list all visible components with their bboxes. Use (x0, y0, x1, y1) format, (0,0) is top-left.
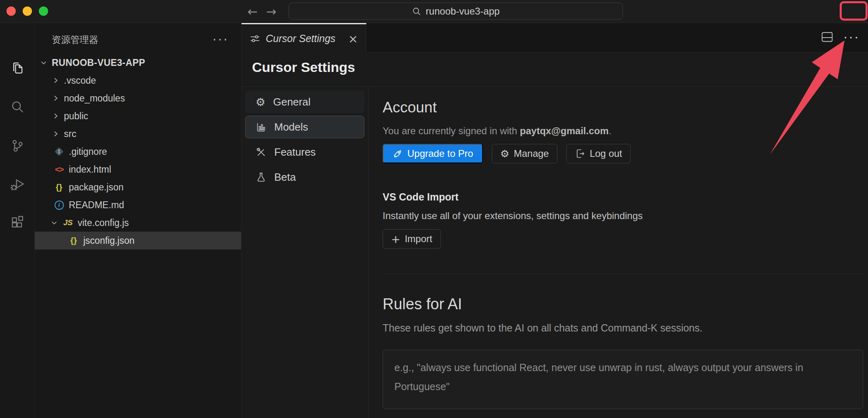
tree-item-src[interactable]: src (35, 125, 241, 143)
split-editor-icon[interactable] (821, 32, 833, 44)
section-divider (383, 274, 863, 274)
rules-description: These rules get shown to the AI on all c… (383, 322, 703, 334)
tree-item-node-modules[interactable]: node_modules (35, 89, 241, 107)
chevron-right-icon (52, 130, 60, 138)
explorer-header: 资源管理器 ··· (52, 34, 229, 46)
explorer-sidebar: 资源管理器 ··· RUNOOB-VUE3-APP .vscode node_m… (35, 23, 241, 418)
explorer-more-actions-icon[interactable]: ··· (212, 36, 229, 44)
vscode-import-description: Instantly use all of your extensions, se… (383, 210, 643, 222)
js-file-icon: JS (62, 218, 74, 227)
tree-item-jsconfig-selected[interactable]: {} jsconfig.json (35, 232, 241, 249)
account-section-title: Account (383, 99, 437, 116)
tree-item-index-html[interactable]: <> index.html (35, 160, 241, 178)
chevron-down-icon (50, 219, 58, 227)
tree-item-vite-config[interactable]: JS vite.config.js (35, 214, 241, 232)
search-value: runoob-vue3-app (426, 6, 500, 17)
tree-item-public[interactable]: public (35, 107, 241, 125)
app-window: ← → runoob-vue3-app ⚙ (0, 0, 868, 418)
settings-nav: ⚙ General Models Features Beta (245, 91, 364, 191)
html-file-icon: <> (53, 165, 65, 174)
rules-for-ai-input[interactable] (383, 350, 863, 409)
tab-close-icon[interactable]: × (348, 32, 358, 46)
search-icon (412, 6, 421, 16)
chevron-down-icon (40, 59, 48, 67)
zoom-window-button[interactable] (39, 6, 48, 16)
history-back-icon[interactable]: ← (248, 0, 258, 23)
vscode-import-title: VS Code Import (383, 191, 459, 203)
log-out-icon (575, 148, 585, 159)
settings-page-title: Cursor Settings (252, 59, 355, 75)
chevron-right-icon (52, 94, 60, 102)
info-file-icon: i (53, 201, 65, 210)
close-window-button[interactable] (6, 6, 16, 16)
bar-chart-icon (256, 122, 267, 133)
search-view-icon[interactable] (0, 95, 35, 118)
signed-in-text: You are currently signed in with paytqx@… (383, 125, 611, 137)
editor-actions: ··· (821, 23, 860, 53)
nav-item-general[interactable]: ⚙ General (245, 91, 364, 113)
rules-section-title: Rules for AI (383, 296, 462, 313)
account-buttons: Upgrade to Pro ⚙ Manage Log out (383, 144, 631, 163)
gear-icon: ⚙ (256, 96, 265, 108)
source-control-icon[interactable] (0, 134, 35, 157)
tab-cursor-settings[interactable]: Cursor Settings × (241, 23, 366, 53)
nav-content-divider (368, 87, 368, 418)
json-file-icon: {} (68, 236, 79, 245)
rocket-icon (392, 148, 403, 159)
nav-item-beta[interactable]: Beta (245, 166, 364, 188)
tree-item-readme[interactable]: i README.md (35, 196, 241, 214)
tree-item-vscode[interactable]: .vscode (35, 72, 241, 89)
annotation-highlight-box (840, 1, 868, 21)
tree-item-gitignore[interactable]: .gitignore (35, 143, 241, 160)
tab-label: Cursor Settings (266, 33, 343, 44)
nav-item-features[interactable]: Features (245, 141, 364, 163)
chevron-right-icon (52, 76, 60, 84)
upgrade-to-pro-button[interactable]: Upgrade to Pro (383, 144, 483, 163)
flask-icon (256, 172, 267, 183)
nav-item-models[interactable]: Models (245, 116, 364, 138)
file-tree: RUNOOB-VUE3-APP .vscode node_modules pub… (35, 54, 241, 249)
manage-button[interactable]: ⚙ Manage (492, 144, 557, 163)
run-debug-icon[interactable] (0, 173, 35, 195)
tab-bar: Cursor Settings × ··· (241, 23, 868, 53)
json-file-icon: {} (53, 182, 65, 192)
log-out-button[interactable]: Log out (566, 144, 631, 163)
extensions-icon[interactable] (0, 211, 35, 233)
minimize-window-button[interactable] (23, 6, 32, 16)
account-email: paytqx@gmail.com (520, 125, 608, 136)
sliders-icon (250, 33, 260, 44)
tree-item-package-json[interactable]: {} package.json (35, 178, 241, 196)
settings-content: Account You are currently signed in with… (383, 87, 863, 418)
titlebar: ← → runoob-vue3-app ⚙ (0, 0, 868, 23)
history-forward-icon[interactable]: → (266, 0, 276, 23)
gear-icon: ⚙ (500, 148, 509, 160)
plus-icon: + (391, 233, 400, 245)
command-center-search[interactable]: runoob-vue3-app (288, 2, 623, 20)
import-button[interactable]: + Import (383, 229, 441, 249)
git-file-icon (53, 146, 65, 157)
explorer-icon[interactable] (0, 56, 35, 79)
more-actions-icon[interactable]: ··· (843, 31, 860, 45)
activity-bar (0, 23, 35, 418)
tree-root[interactable]: RUNOOB-VUE3-APP (35, 54, 241, 72)
explorer-title: 资源管理器 (52, 34, 98, 46)
chevron-right-icon (52, 112, 60, 120)
tools-icon (256, 147, 267, 158)
editor-area: Cursor Settings × ··· Cursor Settings ⚙ … (241, 23, 868, 418)
